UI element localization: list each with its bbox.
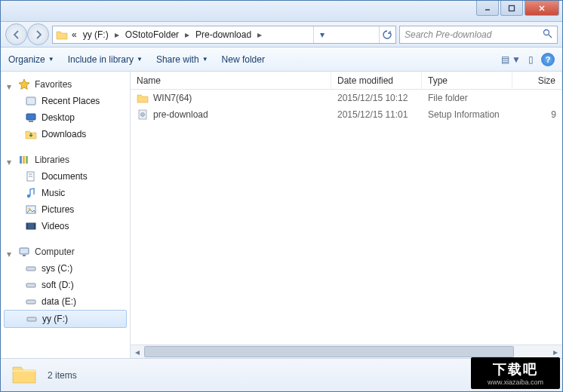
tree-item-drive-f[interactable]: yy (F:)	[4, 310, 127, 328]
col-header-size[interactable]: Size	[512, 72, 562, 89]
scroll-left-icon[interactable]: ◂	[131, 345, 144, 358]
svg-rect-21	[20, 248, 29, 254]
svg-rect-6	[26, 97, 35, 105]
libraries-icon	[18, 154, 30, 166]
breadcrumb-overflow[interactable]: «	[69, 28, 79, 41]
tree-label: Libraries	[35, 155, 69, 165]
nav-buttons	[5, 23, 49, 45]
search-placeholder: Search Pre-download	[405, 29, 491, 40]
documents-icon	[25, 170, 37, 182]
drive-icon	[26, 313, 38, 325]
minimize-button[interactable]	[476, 1, 499, 16]
pictures-icon	[25, 204, 37, 216]
tree-item-music[interactable]: Music	[1, 185, 130, 201]
main-area: ▾ Favorites Recent Places Desktop Downlo…	[1, 72, 562, 358]
tree-item-desktop[interactable]: Desktop	[1, 109, 130, 126]
tree-label: Computer	[35, 247, 75, 257]
col-header-type[interactable]: Type	[422, 72, 512, 89]
organize-button[interactable]: Organize▼	[8, 54, 54, 65]
breadcrumb-seg[interactable]: OStotoFolder	[123, 28, 181, 41]
svg-rect-24	[26, 283, 35, 287]
tree-item-pictures[interactable]: Pictures	[1, 201, 130, 218]
svg-rect-11	[26, 156, 28, 164]
svg-rect-26	[27, 317, 36, 321]
chevron-right-icon[interactable]: ▸	[255, 29, 264, 40]
history-dropdown[interactable]: ▾	[313, 26, 330, 43]
file-name: WIN7(64)	[153, 93, 192, 103]
drive-icon	[25, 279, 37, 291]
svg-rect-9	[20, 156, 22, 164]
file-type: File folder	[422, 93, 512, 103]
downloads-icon	[25, 128, 37, 140]
music-icon	[25, 187, 37, 199]
tree-item-videos[interactable]: Videos	[1, 218, 130, 234]
include-in-library-button[interactable]: Include in library▼	[68, 54, 143, 65]
svg-rect-19	[26, 223, 28, 229]
refresh-button[interactable]	[379, 26, 395, 43]
file-type: Setup Information	[422, 109, 512, 120]
maximize-button[interactable]	[500, 1, 523, 16]
folder-icon	[11, 363, 37, 387]
help-button[interactable]: ?	[541, 53, 555, 66]
search-input[interactable]: Search Pre-download	[399, 26, 558, 44]
folder-icon	[137, 92, 149, 104]
watermark-title: 下载吧	[493, 360, 538, 378]
file-name: pre-download	[153, 109, 208, 120]
forward-button[interactable]	[27, 23, 49, 45]
preview-pane-button[interactable]: ▯	[528, 54, 534, 65]
svg-rect-8	[29, 121, 33, 122]
tree-item-recent-places[interactable]: Recent Places	[1, 93, 130, 109]
svg-rect-7	[26, 114, 35, 120]
scroll-thumb[interactable]	[144, 346, 514, 357]
titlebar	[1, 1, 562, 22]
horizontal-scrollbar[interactable]: ◂ ▸	[131, 345, 562, 358]
status-text: 2 items	[48, 370, 77, 381]
address-bar[interactable]: « yy (F:) ▸ OStotoFolder ▸ Pre-download …	[52, 26, 396, 44]
collapse-icon[interactable]: ▾	[7, 81, 14, 88]
chevron-right-icon[interactable]: ▸	[112, 29, 122, 40]
drive-icon	[25, 296, 37, 308]
inf-file-icon	[137, 109, 149, 121]
svg-point-29	[142, 114, 143, 115]
list-item[interactable]: pre-download 2015/12/15 11:01 Setup Info…	[131, 106, 562, 123]
new-folder-button[interactable]: New folder	[222, 54, 265, 65]
star-icon	[18, 78, 30, 90]
svg-point-4	[544, 29, 549, 35]
tree-group-favorites: ▾ Favorites Recent Places Desktop Downlo…	[1, 76, 130, 142]
collapse-icon[interactable]: ▾	[7, 157, 14, 164]
breadcrumb-seg[interactable]: Pre-download	[193, 28, 254, 41]
tree-item-downloads[interactable]: Downloads	[1, 126, 130, 142]
file-date: 2015/12/15 10:12	[331, 93, 422, 103]
tree-header-favorites[interactable]: ▾ Favorites	[1, 76, 130, 93]
recent-icon	[25, 95, 37, 107]
navigation-tree[interactable]: ▾ Favorites Recent Places Desktop Downlo…	[1, 72, 131, 358]
svg-rect-10	[23, 156, 25, 164]
share-with-button[interactable]: Share with▼	[156, 54, 208, 65]
chevron-right-icon[interactable]: ▸	[183, 29, 192, 40]
tree-item-drive-e[interactable]: data (E:)	[1, 293, 130, 310]
close-button[interactable]	[525, 1, 559, 16]
tree-item-drive-d[interactable]: soft (D:)	[1, 277, 130, 293]
column-headers: Name Date modified Type Size	[131, 72, 562, 90]
scroll-right-icon[interactable]: ▸	[549, 345, 562, 358]
col-header-name[interactable]: Name	[131, 72, 331, 89]
toolbar: Organize▼ Include in library▼ Share with…	[1, 47, 562, 72]
back-button[interactable]	[5, 23, 27, 45]
tree-group-libraries: ▾ Libraries Documents Music Pictures Vid…	[1, 152, 130, 234]
view-button[interactable]: ▤ ▼	[501, 54, 521, 65]
tree-label: Favorites	[35, 79, 72, 90]
videos-icon	[25, 220, 37, 232]
tree-header-computer[interactable]: ▾ Computer	[1, 243, 130, 260]
svg-line-5	[549, 35, 552, 38]
list-item[interactable]: WIN7(64) 2015/12/15 10:12 File folder	[131, 90, 562, 106]
breadcrumb-seg[interactable]: yy (F:)	[81, 28, 111, 41]
search-icon	[543, 29, 552, 41]
collapse-icon[interactable]: ▾	[7, 249, 14, 256]
col-header-date[interactable]: Date modified	[331, 72, 422, 89]
tree-header-libraries[interactable]: ▾ Libraries	[1, 152, 130, 168]
computer-icon	[18, 246, 30, 258]
tree-item-documents[interactable]: Documents	[1, 168, 130, 185]
tree-item-drive-c[interactable]: sys (C:)	[1, 260, 130, 277]
chevron-down-icon: ▼	[137, 56, 143, 63]
list-body[interactable]: WIN7(64) 2015/12/15 10:12 File folder pr…	[131, 90, 562, 345]
